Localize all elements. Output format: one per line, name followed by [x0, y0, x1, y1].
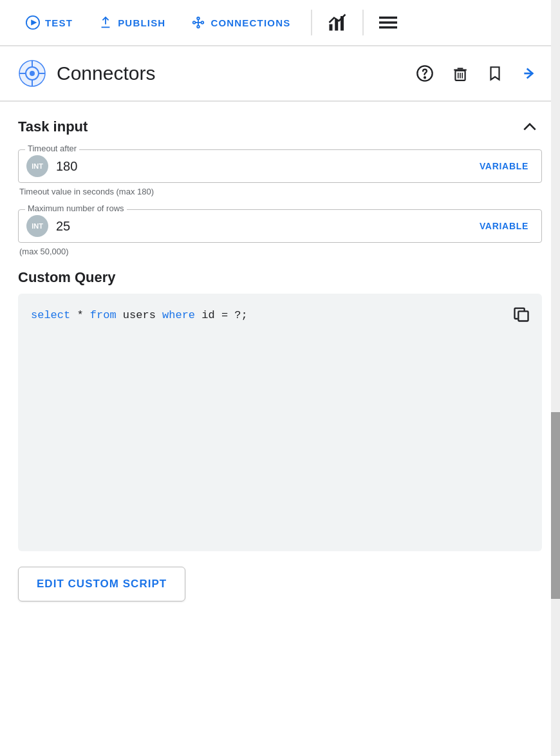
- svg-rect-31: [518, 311, 528, 321]
- help-button[interactable]: [412, 61, 438, 86]
- edit-custom-script-button[interactable]: EDIT CUSTOM SCRIPT: [18, 567, 185, 601]
- page-scrollbar: [551, 0, 560, 756]
- code-block: select * from users where id = ?;: [18, 294, 542, 551]
- timeout-field-wrapper: Timeout after INT 180 VARIABLE: [18, 149, 542, 183]
- max-rows-field-group: Maximum number of rows INT 25 VARIABLE (…: [18, 209, 542, 256]
- max-rows-variable-button[interactable]: VARIABLE: [474, 218, 534, 234]
- copy-icon: [512, 305, 530, 323]
- connections-icon: [191, 15, 205, 30]
- connections-button[interactable]: CONNECTIONS: [181, 10, 301, 35]
- svg-point-7: [198, 26, 200, 28]
- publish-icon: [98, 15, 113, 30]
- timeout-variable-button[interactable]: VARIABLE: [474, 158, 534, 174]
- analytics-button[interactable]: [322, 8, 352, 37]
- trash-icon: [452, 65, 469, 82]
- play-icon: [26, 15, 40, 30]
- timeout-label: Timeout after: [25, 144, 79, 153]
- code-content: select * from users where id = ?;: [31, 307, 529, 324]
- menu-button[interactable]: [374, 8, 402, 37]
- svg-point-4: [193, 21, 196, 24]
- connections-label: CONNECTIONS: [210, 17, 290, 28]
- test-button[interactable]: TEST: [15, 10, 83, 35]
- code-keyword-select: select: [31, 309, 70, 321]
- max-rows-field-wrapper: Maximum number of rows INT 25 VARIABLE: [18, 209, 542, 243]
- help-icon: [416, 64, 434, 82]
- timeout-hint: Timeout value in seconds (max 180): [18, 187, 542, 196]
- delete-button[interactable]: [448, 61, 472, 86]
- timeout-field-group: Timeout after INT 180 VARIABLE Timeout v…: [18, 149, 542, 196]
- top-nav: TEST PUBLISH CONNECTIONS: [0, 0, 560, 46]
- section-title: Task input: [18, 118, 88, 135]
- page-scrollbar-thumb[interactable]: [551, 412, 560, 599]
- max-rows-field-row: INT 25 VARIABLE: [26, 215, 534, 237]
- section-header: Task input: [18, 102, 542, 149]
- code-keyword-where: where: [162, 309, 195, 321]
- expand-button[interactable]: [518, 61, 542, 86]
- svg-rect-14: [379, 21, 397, 24]
- max-rows-hint: (max 50,000): [18, 247, 542, 256]
- svg-marker-1: [31, 19, 37, 25]
- nav-divider-2: [362, 10, 364, 35]
- copy-button[interactable]: [509, 301, 534, 327]
- page-header: Connectors: [0, 46, 560, 102]
- svg-rect-15: [379, 26, 397, 29]
- svg-point-5: [201, 21, 204, 24]
- publish-label: PUBLISH: [118, 17, 165, 28]
- code-keyword-from: from: [90, 309, 117, 321]
- svg-point-18: [30, 71, 35, 76]
- expand-icon: [521, 65, 538, 82]
- custom-query-label: Custom Query: [18, 269, 542, 286]
- custom-query-section: Custom Query select * from users where i…: [18, 269, 542, 551]
- svg-point-24: [424, 77, 425, 78]
- timeout-int-badge: INT: [26, 155, 48, 177]
- max-rows-label: Maximum number of rows: [25, 203, 127, 213]
- bookmark-icon: [487, 65, 503, 82]
- test-label: TEST: [45, 17, 73, 28]
- max-rows-int-badge: INT: [26, 215, 48, 237]
- svg-point-6: [198, 17, 200, 20]
- bookmark-button[interactable]: [483, 61, 507, 86]
- main-content: Task input Timeout after INT 180 VARIABL…: [0, 102, 560, 619]
- timeout-field-row: INT 180 VARIABLE: [26, 155, 534, 177]
- nav-divider: [311, 10, 312, 35]
- analytics-icon: [328, 13, 347, 32]
- publish-button[interactable]: PUBLISH: [88, 10, 176, 35]
- timeout-value: 180: [56, 159, 474, 174]
- page-title: Connectors: [57, 62, 412, 84]
- svg-rect-13: [379, 17, 397, 19]
- svg-rect-10: [330, 24, 333, 31]
- chevron-up-icon: [521, 118, 538, 135]
- collapse-button[interactable]: [518, 115, 542, 139]
- menu-icon: [379, 14, 397, 32]
- connector-icon: [18, 59, 46, 88]
- header-actions: [412, 61, 542, 86]
- max-rows-value: 25: [56, 219, 474, 234]
